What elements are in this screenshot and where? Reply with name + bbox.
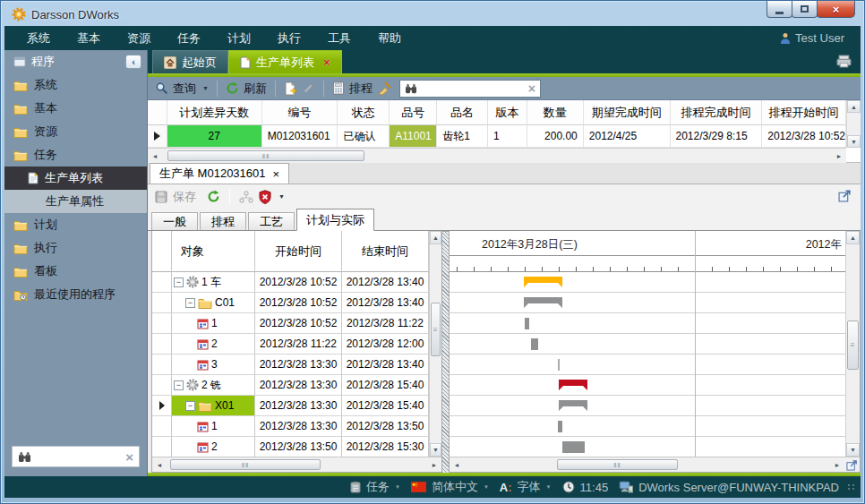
scroll-right-icon[interactable]: ►	[427, 457, 441, 472]
sidebar-item-6[interactable]: 计划	[4, 213, 147, 236]
subtab-3[interactable]: 计划与实际	[296, 209, 374, 231]
menu-item-4[interactable]: 计划	[214, 30, 264, 47]
tree-column-header-2[interactable]: 结束时间	[342, 231, 429, 272]
grid-column-header-2[interactable]: 状态	[338, 100, 390, 125]
scroll-up-icon[interactable]: ▲	[430, 231, 441, 244]
gantt-bar-summary[interactable]	[559, 380, 587, 390]
tree-vertical-scrollbar[interactable]: ▲ ≡ ▼	[429, 231, 441, 457]
status-font-button[interactable]: 字体	[518, 479, 541, 495]
tree-column-header-1[interactable]: 开始时间	[255, 231, 342, 272]
grid-column-header-6[interactable]: 数量	[527, 100, 584, 125]
tree-row-3[interactable]: 22012/3/28 11:222012/3/28 12:00	[152, 334, 429, 355]
menu-item-5[interactable]: 执行	[264, 30, 314, 47]
gantt-row-3[interactable]	[450, 334, 845, 355]
grid-column-header-1[interactable]: 编号	[262, 100, 338, 125]
gantt-bar-task[interactable]	[562, 441, 585, 453]
gantt-row-5[interactable]	[450, 375, 845, 396]
scroll-down-icon[interactable]: ▼	[847, 135, 861, 148]
tree-row-0[interactable]: −1 车2012/3/28 10:522012/3/28 13:40	[152, 272, 429, 293]
grid-data-row[interactable]: 27M012031601已确认A11001齿轮11200.002012/4/25…	[148, 125, 846, 148]
scroll-left-icon[interactable]: ◄	[152, 457, 167, 472]
toolbar-search-clear-icon[interactable]: ×	[528, 81, 535, 96]
gantt-row-2[interactable]	[450, 313, 845, 334]
grid-column-header-0[interactable]: 计划差异天数	[167, 100, 262, 125]
tree-column-header-0[interactable]: 对象	[172, 231, 255, 272]
grid-column-header-3[interactable]: 品号	[390, 100, 437, 125]
tab-close-icon[interactable]: ×	[323, 56, 330, 69]
grid-cell-4[interactable]: 齿轮1	[437, 125, 488, 148]
grid-column-header-7[interactable]: 期望完成时间	[584, 100, 671, 125]
gantt-row-8[interactable]	[450, 437, 845, 457]
scroll-right-icon[interactable]: ►	[832, 149, 846, 163]
tree-row-6[interactable]: −X012012/3/28 13:302012/3/28 15:40	[152, 396, 429, 416]
tree-row-2[interactable]: 12012/3/28 10:522012/3/28 11:22	[152, 313, 429, 334]
gantt-bar-summary[interactable]	[559, 400, 587, 411]
tree-row-1[interactable]: −C012012/3/28 10:522012/3/28 13:40	[152, 293, 429, 313]
subtab-1[interactable]: 排程	[200, 212, 246, 231]
sidebar-item-2[interactable]: 资源	[4, 120, 147, 143]
menu-item-0[interactable]: 系统	[13, 30, 64, 47]
grid-hscroll-thumb[interactable]: ‖‖	[167, 150, 364, 161]
tree-horizontal-scrollbar[interactable]: ◄ ‖‖ ►	[152, 457, 441, 472]
user-area[interactable]: Test User	[780, 31, 852, 45]
grid-cell-1[interactable]: M012031601	[262, 125, 338, 148]
tree-row-5[interactable]: −2 铣2012/3/28 13:302012/3/28 15:40	[152, 375, 429, 396]
gantt-row-4[interactable]	[450, 355, 845, 375]
toolbar-search-input[interactable]: ×	[399, 80, 541, 98]
subtab-0[interactable]: 一般	[151, 212, 198, 231]
shield-dropdown-icon[interactable]: ▼	[278, 193, 285, 200]
collapse-toggle-icon[interactable]: −	[174, 278, 184, 287]
splitter-handle[interactable]	[442, 231, 449, 473]
gantt-vertical-scrollbar[interactable]: ▲ ≡ ▼	[845, 231, 860, 457]
menu-item-1[interactable]: 基本	[64, 30, 114, 47]
tree-hscroll-thumb[interactable]: ‖‖	[170, 459, 321, 470]
tab-production-order-list[interactable]: 生产单列表 ×	[228, 50, 342, 73]
tree-object-cell[interactable]: 1	[172, 416, 255, 437]
menu-item-7[interactable]: 帮助	[364, 30, 415, 47]
gantt-row-1[interactable]	[450, 293, 845, 313]
grid-cell-8[interactable]: 2012/3/29 8:15	[671, 125, 763, 148]
grid-cell-3[interactable]: A11001	[390, 125, 437, 148]
status-task-button[interactable]: 任务	[366, 479, 390, 495]
detail-doc-tab[interactable]: 生产单 M012031601 ×	[150, 163, 289, 184]
gantt-bar-summary[interactable]	[524, 277, 562, 287]
sidebar-item-4[interactable]: 生产单列表	[4, 167, 147, 190]
grid-cell-0[interactable]: 27	[167, 125, 262, 148]
sidebar-collapse-button[interactable]: ‹	[125, 55, 141, 69]
printer-icon[interactable]	[836, 55, 852, 68]
resize-grip[interactable]	[848, 484, 855, 490]
grid-horizontal-scrollbar[interactable]: ◄ ‖‖ ►	[148, 148, 846, 163]
sidebar-item-8[interactable]: 看板	[4, 260, 147, 283]
menu-item-6[interactable]: 工具	[314, 30, 364, 47]
grid-cell-7[interactable]: 2012/4/25	[584, 125, 671, 148]
tree-row-4[interactable]: 32012/3/28 13:302012/3/28 13:40	[152, 355, 429, 375]
gantt-bar-task[interactable]	[525, 318, 529, 329]
gantt-row-0[interactable]	[450, 272, 845, 293]
tree-row-7[interactable]: 12012/3/28 13:302012/3/28 13:50	[152, 416, 429, 437]
schedule-button[interactable]: 排程	[349, 81, 373, 97]
minimize-button[interactable]	[767, 1, 792, 18]
tree-object-cell[interactable]: −2 铣	[172, 375, 255, 396]
edit-pencil-icon[interactable]	[302, 81, 315, 95]
grid-cell-6[interactable]: 200.00	[527, 125, 584, 148]
sidebar-item-0[interactable]: 系统	[4, 73, 147, 97]
sidebar-item-5[interactable]: 生产单属性	[4, 190, 147, 213]
language-dropdown-icon[interactable]: ▼	[484, 484, 489, 490]
gantt-bar-task[interactable]	[558, 359, 560, 371]
subtab-2[interactable]: 工艺	[248, 212, 295, 231]
save-button[interactable]: 保存	[173, 189, 196, 205]
task-dropdown-icon[interactable]: ▼	[395, 484, 400, 490]
gantt-vscroll-thumb[interactable]: ≡	[847, 320, 859, 370]
gantt-hscroll-thumb[interactable]: ‖‖	[557, 459, 678, 470]
grid-column-header-9[interactable]: 排程开始时间	[762, 100, 846, 125]
gantt-row-7[interactable]	[450, 416, 845, 437]
collapse-toggle-icon[interactable]: −	[185, 298, 195, 308]
sidebar-item-7[interactable]: 执行	[4, 236, 147, 260]
refresh-button[interactable]: 刷新	[244, 81, 267, 97]
tree-object-cell[interactable]: 2	[172, 334, 255, 355]
scroll-up-icon[interactable]: ▲	[847, 100, 861, 113]
tree-object-cell[interactable]: −C01	[172, 293, 255, 313]
gantt-horizontal-scrollbar[interactable]: ◄ ‖‖ ►	[450, 457, 844, 472]
grid-column-header-4[interactable]: 品名	[437, 100, 488, 125]
scroll-down-icon[interactable]: ▼	[846, 443, 860, 457]
